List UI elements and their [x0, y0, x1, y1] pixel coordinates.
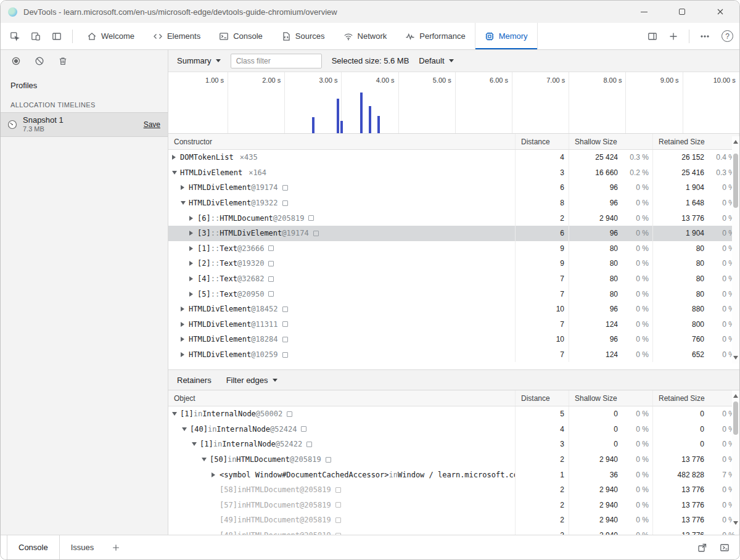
- column-header-shallow-size[interactable]: Shallow Size: [569, 390, 653, 406]
- reveal-node-icon[interactable]: [301, 426, 306, 432]
- reveal-node-icon[interactable]: [308, 215, 314, 221]
- constructor-row[interactable]: HTMLDivElement @191746960 %1 9040 %: [168, 180, 739, 196]
- collapse-arrow-icon[interactable]: [172, 171, 180, 175]
- scrollbar-thumb[interactable]: [733, 154, 738, 208]
- collapse-arrow-icon[interactable]: [202, 458, 210, 461]
- collapse-arrow-icon[interactable]: [181, 201, 189, 205]
- tab-sources[interactable]: Sources: [272, 23, 334, 49]
- add-tab-button[interactable]: [663, 31, 684, 41]
- collapse-arrow-icon[interactable]: [182, 427, 190, 431]
- record-heap-button[interactable]: [6, 56, 27, 66]
- column-header-distance[interactable]: Distance: [516, 390, 569, 406]
- reveal-node-icon[interactable]: [268, 291, 274, 297]
- perspective-select[interactable]: Summary: [177, 56, 221, 65]
- reveal-node-icon[interactable]: [326, 457, 331, 463]
- snapshot-select[interactable]: Default: [419, 56, 453, 65]
- reveal-node-icon[interactable]: [282, 307, 288, 312]
- constructor-row[interactable]: DOMTokenList×435425 4240.3 %26 1520.4 %: [168, 150, 739, 165]
- allocation-timeline[interactable]: 1.00 s2.00 s3.00 s4.00 s5.00 s6.00 s7.00…: [168, 72, 739, 134]
- column-header-retained-size[interactable]: Retained Size: [653, 390, 739, 406]
- column-header-constructor[interactable]: Constructor: [168, 134, 516, 149]
- expand-arrow-icon[interactable]: [189, 276, 197, 281]
- expand-arrow-icon[interactable]: [181, 185, 189, 190]
- tab-welcome[interactable]: Welcome: [78, 23, 144, 49]
- tab-performance[interactable]: Performance: [396, 23, 474, 49]
- scroll-up-icon[interactable]: [732, 138, 739, 146]
- scroll-down-icon[interactable]: [732, 353, 739, 362]
- reveal-node-icon[interactable]: [313, 231, 319, 236]
- expand-arrow-icon[interactable]: [181, 337, 189, 342]
- constructor-row[interactable]: HTMLDivElement @1131171240 %8000 %: [168, 317, 739, 332]
- constructor-row[interactable]: [2] :: Text @193209800 %800 %: [168, 256, 739, 271]
- column-header-distance[interactable]: Distance: [516, 134, 569, 149]
- reveal-node-icon[interactable]: [268, 261, 274, 266]
- expand-arrow-icon[interactable]: [181, 352, 189, 357]
- reveal-node-icon[interactable]: [335, 533, 341, 535]
- column-header-object[interactable]: Object: [168, 390, 516, 406]
- retainer-row[interactable]: [1] in InternalNode @52422300 %00 %: [168, 437, 739, 452]
- constructor-row[interactable]: HTMLDivElement @1828410960 %7600 %: [168, 332, 739, 347]
- expand-arrow-icon[interactable]: [189, 292, 197, 297]
- dock-panel-button[interactable]: [642, 31, 663, 41]
- expand-arrow-icon[interactable]: [189, 231, 197, 236]
- constructor-row[interactable]: [3] :: HTMLDivElement @191746960 %1 9040…: [168, 226, 739, 241]
- device-emulation-button[interactable]: [25, 23, 46, 49]
- constructor-row[interactable]: [5] :: Text @209507800 %800 %: [168, 286, 739, 302]
- expand-arrow-icon[interactable]: [181, 322, 189, 327]
- retainer-row[interactable]: [57] in HTMLDocument @20581922 9400 %13 …: [168, 498, 739, 513]
- drawer-tab-console[interactable]: Console: [7, 535, 60, 559]
- class-filter-input[interactable]: [231, 54, 322, 68]
- expand-arrow-icon[interactable]: [172, 155, 180, 160]
- reveal-node-icon[interactable]: [268, 276, 274, 282]
- help-button[interactable]: ?: [722, 30, 733, 42]
- retainer-row[interactable]: [1] in InternalNode @50002500 %00 %: [168, 406, 739, 422]
- scroll-down-icon[interactable]: [732, 519, 739, 527]
- retainers-scrollbar[interactable]: [732, 390, 739, 529]
- inspect-element-button[interactable]: [4, 23, 25, 49]
- reveal-node-icon[interactable]: [282, 321, 288, 327]
- expand-arrow-icon[interactable]: [189, 246, 197, 251]
- retainer-row[interactable]: [58] in HTMLDocument @20581922 9400 %13 …: [168, 482, 739, 498]
- snapshot-item[interactable]: Snapshot 1 7.3 MB Save: [1, 112, 168, 137]
- tab-network[interactable]: Network: [334, 23, 397, 49]
- add-drawer-tab-button[interactable]: [105, 535, 127, 559]
- maximize-button[interactable]: [663, 1, 701, 23]
- filter-edges-select[interactable]: Filter edges: [226, 376, 278, 385]
- open-in-new-icon[interactable]: [697, 543, 707, 553]
- reveal-node-icon[interactable]: [287, 411, 292, 417]
- drawer-tab-issues[interactable]: Issues: [60, 535, 105, 559]
- column-header-retained-size[interactable]: Retained Size: [653, 134, 739, 149]
- constructor-row[interactable]: [1] :: Text @236669800 %800 %: [168, 241, 739, 257]
- column-header-shallow-size[interactable]: Shallow Size: [569, 134, 653, 149]
- save-link[interactable]: Save: [144, 120, 160, 129]
- constructor-row[interactable]: [6] :: HTMLDocument @20581922 9400 %13 7…: [168, 210, 739, 226]
- reveal-node-icon[interactable]: [282, 185, 288, 191]
- reveal-node-icon[interactable]: [268, 245, 274, 251]
- retainer-row[interactable]: [48] in HTMLDocument @20581922 9400 %13 …: [168, 528, 739, 535]
- expand-arrow-icon[interactable]: [189, 216, 197, 221]
- reveal-node-icon[interactable]: [335, 502, 341, 508]
- expand-arrow-icon[interactable]: [189, 261, 197, 266]
- delete-profile-button[interactable]: [52, 56, 73, 66]
- expand-arrow-icon[interactable]: [181, 307, 189, 311]
- retainer-row[interactable]: [49] in HTMLDocument @20581922 9400 %13 …: [168, 513, 739, 528]
- tab-elements[interactable]: Elements: [144, 23, 210, 49]
- reveal-node-icon[interactable]: [282, 200, 288, 206]
- constructor-row[interactable]: HTMLDivElement @1025971240 %6520 %: [168, 347, 739, 363]
- titlebar[interactable]: DevTools - learn.microsoft.com/en-us/mic…: [1, 1, 739, 23]
- more-options-button[interactable]: [694, 31, 715, 41]
- scroll-up-icon[interactable]: [732, 392, 739, 400]
- constructor-row[interactable]: HTMLDivElement×164316 6600.2 %25 4160.3 …: [168, 165, 739, 181]
- retainer-row[interactable]: [50] in HTMLDocument @20581922 9400 %13 …: [168, 452, 739, 467]
- minimize-button[interactable]: [625, 1, 663, 23]
- tab-console[interactable]: Console: [210, 23, 272, 49]
- reveal-node-icon[interactable]: [282, 352, 288, 358]
- retainer-row[interactable]: <symbol Window#DocumentCachedAccessor> i…: [168, 467, 739, 482]
- expand-arrow-icon[interactable]: [212, 472, 220, 477]
- constructor-row[interactable]: HTMLDivElement @1845210960 %8800 %: [168, 302, 739, 317]
- collapse-arrow-icon[interactable]: [192, 442, 200, 446]
- clear-profiles-button[interactable]: [29, 56, 50, 66]
- reveal-node-icon[interactable]: [282, 337, 288, 342]
- reveal-node-icon[interactable]: [306, 442, 312, 447]
- constructor-row[interactable]: HTMLDivElement @193228960 %1 6480 %: [168, 196, 739, 211]
